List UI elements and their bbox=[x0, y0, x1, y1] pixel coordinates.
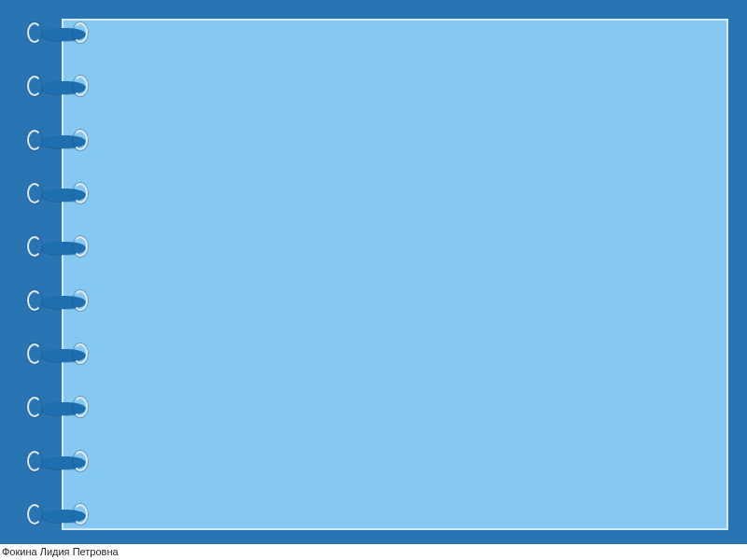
spiral-ring bbox=[28, 183, 88, 205]
wire-left-icon bbox=[27, 130, 42, 150]
wire-left-icon bbox=[27, 451, 42, 471]
wire-right-icon bbox=[73, 451, 88, 471]
wire-right-icon bbox=[73, 130, 88, 150]
wire-left-icon bbox=[27, 343, 42, 364]
wire-right-icon bbox=[73, 183, 88, 203]
spiral-ring bbox=[28, 504, 88, 526]
spiral-ring bbox=[28, 130, 88, 152]
wire-left-icon bbox=[27, 183, 42, 203]
wire-right-icon bbox=[73, 504, 88, 525]
spiral-ring bbox=[28, 451, 88, 473]
spiral-ring bbox=[28, 397, 88, 419]
wire-right-icon bbox=[73, 76, 88, 96]
wire-left-icon bbox=[27, 22, 42, 43]
author-label: Фокина Лидия Петровна bbox=[2, 546, 119, 557]
spiral-binding bbox=[28, 22, 88, 526]
wire-right-icon bbox=[73, 22, 88, 43]
wire-right-icon bbox=[73, 290, 88, 311]
wire-right-icon bbox=[73, 397, 88, 417]
spiral-ring bbox=[28, 22, 88, 45]
slide-stage: Фокина Лидия Петровна bbox=[0, 0, 747, 560]
wire-left-icon bbox=[27, 397, 42, 417]
spiral-ring bbox=[28, 290, 88, 313]
wire-right-icon bbox=[73, 343, 88, 364]
wire-left-icon bbox=[27, 76, 42, 96]
notebook-page bbox=[62, 19, 728, 530]
wire-right-icon bbox=[73, 236, 88, 257]
wire-left-icon bbox=[27, 504, 42, 525]
notebook-cover bbox=[0, 0, 747, 544]
spiral-ring bbox=[28, 343, 88, 366]
spiral-ring bbox=[28, 236, 88, 259]
wire-left-icon bbox=[27, 290, 42, 311]
spiral-ring bbox=[28, 76, 88, 98]
author-footer: Фокина Лидия Петровна bbox=[0, 544, 747, 560]
wire-left-icon bbox=[27, 236, 42, 257]
